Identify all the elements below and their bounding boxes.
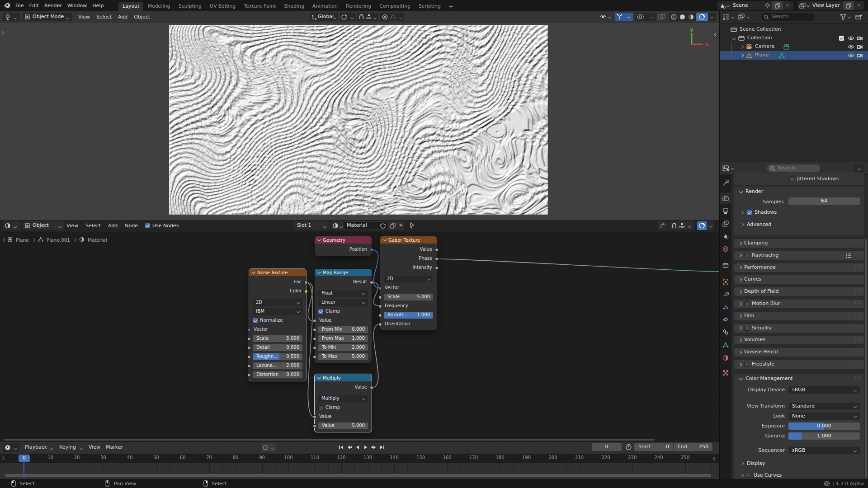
socket-gabor-node-gabor-row-scale[interactable] <box>378 296 382 299</box>
menu-edit[interactable]: Edit <box>26 3 41 9</box>
keying-dropdown[interactable]: Keying <box>57 443 85 452</box>
jump-end-button[interactable] <box>379 444 386 451</box>
node-gabor-row-anisotr--field[interactable]: Anisotr...1.000 <box>384 312 433 319</box>
menu-help[interactable]: Help <box>90 3 106 9</box>
playback-dropdown[interactable]: Playback <box>21 443 56 452</box>
node-noise-header[interactable]: Noise Texture <box>249 269 306 276</box>
timeline-editor-button[interactable] <box>3 443 20 452</box>
play-reverse-button[interactable] <box>354 444 362 451</box>
jittered-shadows-checkbox[interactable] <box>789 176 794 181</box>
socket-gabor-value[interactable] <box>435 248 439 252</box>
look-dropdown[interactable]: None <box>788 413 860 420</box>
socket-geometry-position[interactable] <box>370 248 373 252</box>
workspace-tab-add[interactable]: + <box>445 2 457 11</box>
outliner-filter-mode-icon[interactable] <box>738 14 745 20</box>
current-frame-field[interactable]: 0 <box>592 443 622 451</box>
node-noise-row-roughn--field[interactable]: Roughn...0.500 <box>253 353 302 360</box>
eye-icon[interactable] <box>848 35 854 41</box>
pin-icon[interactable] <box>408 222 415 229</box>
node-noise-row-detail-field[interactable]: Detail0.000 <box>253 344 302 351</box>
workspace-tab-rendering[interactable]: Rendering <box>342 2 375 11</box>
sidebar-toggle-tab[interactable] <box>712 29 719 39</box>
samples-field[interactable]: 64 <box>788 197 860 205</box>
current-frame-badge[interactable]: 0 <box>19 455 30 462</box>
pivot-dropdown[interactable] <box>340 13 355 21</box>
snap-target-icon[interactable] <box>679 222 685 229</box>
object-mode-dropdown[interactable]: Object Mode <box>23 13 72 21</box>
outliner-checkbox[interactable] <box>839 36 844 41</box>
scene-name[interactable]: Scene <box>733 2 748 8</box>
node-gabor-row-2d-dropdown[interactable]: 2D <box>384 276 433 282</box>
workspace-tab-texture-paint[interactable]: Texture Paint <box>240 2 280 11</box>
scene-icon[interactable] <box>719 3 726 9</box>
prev-keyframe-button[interactable] <box>346 444 354 451</box>
panel-checkbox[interactable] <box>744 326 749 331</box>
stopwatch-icon[interactable] <box>625 444 632 450</box>
properties-tab-view-layer[interactable] <box>722 221 729 227</box>
viewport-menu-view[interactable]: View <box>75 14 93 20</box>
end-frame-field[interactable]: End250 <box>674 443 712 451</box>
new-collection-icon[interactable] <box>855 14 863 20</box>
snap-target-icon[interactable] <box>365 14 372 20</box>
properties-search[interactable]: Search <box>767 164 820 172</box>
breadcrumb-label[interactable]: Plane <box>16 237 29 243</box>
funnel-icon[interactable] <box>840 14 847 20</box>
workspace-tab-modeling[interactable]: Modeling <box>143 2 174 11</box>
node-maprange-row-from-min-field[interactable]: From Min0.000 <box>318 326 368 333</box>
node-gabor[interactable]: Gabor TextureValuePhaseIntensity2DVector… <box>380 236 437 330</box>
socket-maprange-value[interactable] <box>313 319 316 323</box>
shader-menu-select[interactable]: Select <box>82 223 104 229</box>
properties-tab-object[interactable] <box>722 279 729 285</box>
node-collapse-chevron[interactable] <box>383 238 387 241</box>
node-collapse-chevron[interactable] <box>317 238 321 241</box>
properties-scrollbar[interactable] <box>865 239 867 479</box>
socket-noise-node-noise-row-roughn-[interactable] <box>247 355 251 359</box>
node-multiply-row-multiply-dropdown[interactable]: Multiply <box>318 395 368 402</box>
socket-noise-fac[interactable] <box>304 281 308 284</box>
node-maprange-row-float-dropdown[interactable]: Float <box>318 290 368 297</box>
play-button[interactable] <box>363 444 370 451</box>
shadows-checkbox[interactable] <box>747 210 752 215</box>
node-maprange-row-linear-dropdown[interactable]: Linear <box>318 299 368 306</box>
view-layer-unlink-button[interactable]: × <box>857 2 861 8</box>
timeline-ruler[interactable]: 1020304050607080901001101201301401501601… <box>0 454 719 463</box>
slot-dropdown[interactable]: Slot 1 <box>293 221 330 230</box>
workspace-tab-uv-editing[interactable]: UV Editing <box>206 2 240 11</box>
workspace-tab-sculpting[interactable]: Sculpting <box>174 2 205 11</box>
node-maprange-row-to-min-field[interactable]: To Min2.000 <box>318 344 368 351</box>
panel-checkbox[interactable] <box>744 301 749 306</box>
node-multiply-header[interactable]: Multiply <box>315 374 372 381</box>
node-collapse-chevron[interactable] <box>317 270 321 274</box>
magnet-icon[interactable] <box>358 14 365 20</box>
node-gabor-header[interactable]: Gabor Texture <box>380 236 437 244</box>
magnet-icon[interactable] <box>671 222 678 229</box>
properties-tab-particles[interactable] <box>722 304 729 310</box>
node-collapse-chevron[interactable] <box>252 270 255 274</box>
socket-noise-color[interactable] <box>304 290 308 293</box>
shader-editor-type-button[interactable] <box>3 221 20 230</box>
socket-maprange-result[interactable] <box>370 281 373 284</box>
shader-hscrollbar[interactable] <box>4 439 655 441</box>
workspace-tab-animation[interactable]: Animation <box>308 2 342 11</box>
parent-node-tree-button[interactable] <box>658 221 668 230</box>
outliner-row-plane[interactable]: Plane <box>720 51 868 60</box>
shading-wireframe-icon[interactable] <box>670 14 677 20</box>
xray-icon[interactable] <box>658 14 665 20</box>
properties-tab-output[interactable] <box>722 208 729 214</box>
socket-gabor-node-gabor-row-anisotr-[interactable] <box>378 314 382 317</box>
blender-logo-icon[interactable] <box>4 2 12 9</box>
node-maprange-row-from-max-field[interactable]: From Max1.000 <box>318 335 368 342</box>
socket-gabor-frequency[interactable] <box>378 305 382 308</box>
material-name-field[interactable]: Material <box>344 221 389 230</box>
properties-tab-world[interactable] <box>722 246 729 252</box>
overlay-dropdown[interactable] <box>707 221 714 230</box>
shader-menu-node[interactable]: Node <box>121 223 142 229</box>
camera-restrict-icon[interactable] <box>856 35 863 41</box>
outliner-display-mode-icon[interactable] <box>722 14 730 20</box>
properties-tab-constraints[interactable] <box>722 329 729 335</box>
node-geometry[interactable]: GeometryPosition <box>315 236 372 256</box>
scene-copy-button[interactable] <box>772 1 783 10</box>
visibility-icon[interactable] <box>599 14 607 20</box>
material-unlink-button[interactable]: × <box>397 221 404 230</box>
socket-noise-node-noise-row-scale[interactable] <box>247 337 251 341</box>
